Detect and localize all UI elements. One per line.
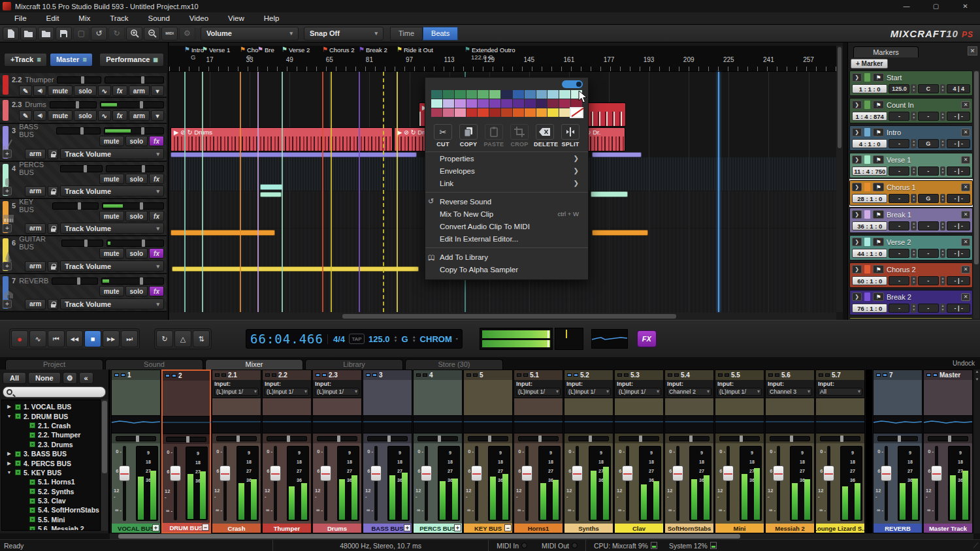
track-enabled-checkbox[interactable]: ×: [15, 460, 21, 466]
color-swatch[interactable]: [489, 99, 500, 108]
marker-expand-icon[interactable]: ❯: [852, 292, 862, 301]
track-enabled-checkbox[interactable]: ×: [29, 507, 35, 513]
mixer-strip-5.5[interactable]: 5.5Input:(L)Input 1/▾0 -6 -12 -∞ -918273…: [715, 370, 764, 533]
automation-lane-select[interactable]: Track Volume▾: [60, 298, 164, 309]
track-enabled-checkbox[interactable]: ×: [29, 422, 35, 428]
marker-signature-field[interactable]: - | -: [947, 304, 970, 313]
solo-button[interactable]: solo: [74, 110, 97, 121]
color-swatch[interactable]: [455, 108, 466, 117]
edit-clip-icon[interactable]: ✎: [19, 86, 32, 96]
solo-button[interactable]: solo: [125, 174, 148, 184]
strip-input-select[interactable]: Input:(L)Input 1/▾: [313, 380, 361, 398]
lock-icon[interactable]: [48, 299, 58, 309]
timeline-vertical-scrollbar[interactable]: [836, 46, 843, 312]
marker-tempo-field[interactable]: -: [889, 194, 909, 203]
arm-button[interactable]: arm: [25, 261, 46, 272]
track-header-percs-bus[interactable]: 4PERCS BUSmutesolofxarmTrack Volume▾+: [0, 162, 167, 199]
zoom-in-icon[interactable]: [126, 27, 142, 40]
marker-delete-icon[interactable]: ✕: [961, 211, 970, 219]
marker-signature-field[interactable]: - | -: [947, 249, 970, 258]
marker-position-field[interactable]: 60 : 1 : 0: [852, 276, 887, 285]
no-color-swatch[interactable]: [571, 108, 582, 117]
solo-button[interactable]: solo: [125, 248, 148, 259]
marker-key-field[interactable]: -: [918, 304, 939, 313]
loop-button[interactable]: ↻: [156, 330, 173, 347]
strip-volume-fader[interactable]: [777, 446, 780, 521]
strip-eq-display[interactable]: [874, 415, 922, 433]
automation-button[interactable]: ∿: [29, 330, 46, 347]
tree-item-5-2-synths[interactable]: ×5.2. Synths: [2, 487, 100, 496]
strip-eq-display[interactable]: [514, 415, 563, 433]
arm-button[interactable]: arm: [25, 299, 46, 309]
tempo-spinner[interactable]: ▲▼: [911, 112, 916, 121]
strip-volume-fader[interactable]: [885, 446, 888, 521]
strip-pan-slider[interactable]: [367, 436, 408, 441]
markers-close-icon[interactable]: ✕: [968, 46, 977, 55]
strip-volume-fader[interactable]: [525, 446, 529, 521]
color-swatch[interactable]: [501, 108, 512, 117]
ruler-marker-flag[interactable]: ⚑IntroG: [184, 46, 204, 54]
marker-color-chip[interactable]: [864, 155, 870, 164]
color-swatch[interactable]: [525, 99, 536, 108]
strip-name-label[interactable]: REVERB: [874, 524, 922, 533]
mixer-strip-5[interactable]: 50 -6 -12 -∞ -9182736KEY BUS−: [463, 370, 513, 533]
strip-header[interactable]: 7: [874, 370, 922, 380]
strip-header[interactable]: 5.7: [816, 370, 864, 380]
track-enabled-checkbox[interactable]: ×: [15, 469, 21, 475]
marker-row-intro[interactable]: ❯⚑Intro✕4 : 1 : 0-▲▼G▲▼- | -: [849, 125, 973, 151]
mode-spinner[interactable]: ▾: [456, 337, 458, 341]
marker-color-chip[interactable]: [864, 128, 870, 136]
track-volume-slider[interactable]: [52, 202, 98, 210]
marker-position-field[interactable]: 11 : 4 : 750: [852, 166, 887, 176]
marker-signature-field[interactable]: - | -: [947, 194, 970, 203]
tempo-spinner[interactable]: ▲▼: [911, 249, 916, 258]
strip-eq-display[interactable]: [112, 415, 160, 433]
tempo-spinner[interactable]: ▲▼: [911, 166, 916, 176]
color-swatch[interactable]: [547, 108, 559, 117]
tree-item-2-1-crash[interactable]: ×2.1. Crash: [2, 421, 100, 430]
mixer-strip-2[interactable]: 20 -6 -12 -∞ -9182736DRUM BUS−: [161, 370, 211, 533]
marker-position-field[interactable]: 76 : 1 : 0: [852, 304, 887, 313]
mode-readout[interactable]: CHROM: [420, 334, 452, 344]
marker-signature-field[interactable]: - | -: [947, 139, 970, 148]
menu-sound[interactable]: Sound: [139, 13, 179, 24]
tab-sound[interactable]: Sound: [105, 359, 203, 370]
marker-position-field[interactable]: 36 : 1 : 0: [852, 221, 887, 230]
strip-pan-slider[interactable]: [928, 436, 968, 441]
solo-button[interactable]: solo: [125, 286, 148, 296]
marker-color-chip[interactable]: [864, 101, 870, 109]
strip-header[interactable]: 5.6: [766, 370, 814, 380]
marker-position-field[interactable]: 28 : 1 : 0: [852, 194, 887, 203]
menu-view[interactable]: View: [219, 13, 253, 24]
strip-input-select[interactable]: Input:Channel 2▾: [665, 380, 713, 398]
strip-header[interactable]: 5.3: [615, 370, 663, 380]
mixer-strip-5.4[interactable]: 5.4Input:Channel 2▾0 -6 -12 -∞ -9182736S…: [664, 370, 714, 533]
ruler-marker-flag[interactable]: ⚑Ride it Out: [397, 46, 433, 54]
marker-row-verse-2[interactable]: ❯⚑Verse 2✕44 : 1 : 0-▲▼-▲▼- | -: [849, 235, 973, 260]
mute-button[interactable]: mute: [99, 211, 124, 221]
color-swatch[interactable]: [466, 108, 478, 117]
track-header-reverb[interactable]: 7REVERBmutesolofxarmTrack Volume▾+: [0, 274, 167, 312]
marker-expand-icon[interactable]: ❯: [852, 73, 862, 82]
import-icon[interactable]: [38, 27, 54, 40]
strip-eq-display[interactable]: [924, 415, 972, 433]
track-enabled-checkbox[interactable]: ×: [15, 404, 21, 410]
monitor-icon[interactable]: ◀): [33, 86, 46, 96]
marker-key-field[interactable]: G: [918, 139, 939, 148]
strip-input-select[interactable]: Input:(L)Input 1/▾: [615, 380, 663, 398]
tab-library[interactable]: Library: [305, 359, 403, 370]
clip-bar[interactable]: [592, 152, 642, 157]
mute-button[interactable]: mute: [48, 86, 73, 96]
marker-tempo-field[interactable]: -: [889, 166, 909, 176]
marker-row-break-1[interactable]: ❯⚑Break 1✕36 : 1 : 0-▲▼-▲▼- | -: [849, 208, 973, 233]
color-swatch[interactable]: [536, 108, 547, 117]
strip-pan-slider[interactable]: [317, 436, 357, 441]
fx-button[interactable]: fx: [149, 136, 164, 146]
menu-file[interactable]: File: [5, 13, 36, 24]
marker-expand-icon[interactable]: ❯: [852, 265, 862, 274]
maximize-button[interactable]: ▢: [921, 0, 951, 12]
mute-button[interactable]: mute: [99, 248, 124, 259]
delete-button[interactable]: DELETE: [534, 124, 556, 148]
key-spinner[interactable]: ▲▼: [412, 335, 416, 343]
markers-scrollbar[interactable]: [973, 71, 979, 319]
